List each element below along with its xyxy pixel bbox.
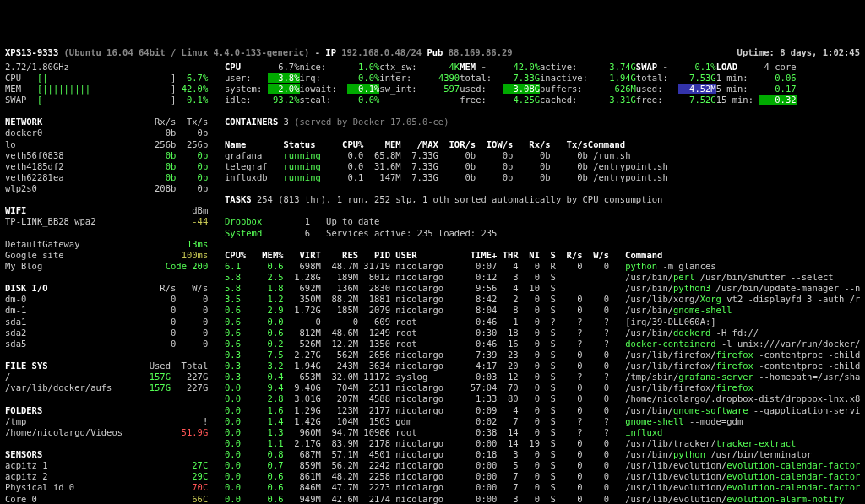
process-row: 5.8 1.8 692M 136M 2830 nicolargo 9:56 4 …: [225, 283, 860, 294]
process-row: 5.8 2.5 1.28G 189M 8012 nicolargo 0:12 3…: [225, 272, 860, 283]
process-row: 0.0 1.4 1.42G 104M 1503 gdm 0:02 7 0 S ?…: [225, 416, 860, 427]
process-row: 0.0 1.6 1.29G 123M 2177 nicolargo 0:09 4…: [225, 405, 860, 416]
process-row: 0.0 0.6 949M 42.6M 2174 nicolargo 0:00 3…: [225, 494, 860, 505]
left-column: 2.72/1.80GHzCPU [| ] 6.7%MEM [||||||||| …: [5, 62, 215, 504]
process-row: 0.6 2.9 1.72G 185M 2079 nicolargo 8:04 8…: [225, 305, 860, 316]
process-row: 0.0 9.4 9.40G 704M 2511 nicolargo 57:04 …: [225, 382, 860, 393]
right-column: CPU 6.7%nice: 1.0%ctx_sw: 4KMEM - 42.0%a…: [225, 62, 860, 504]
process-row: 3.5 1.2 350M 88.2M 1881 nicolargo 8:42 2…: [225, 294, 860, 305]
process-row: 0.0 0.6 846M 47.7M 2273 nicolargo 0:00 7…: [225, 482, 860, 493]
process-row: 0.0 0.7 859M 56.2M 2242 nicolargo 0:00 5…: [225, 460, 860, 471]
process-row: 0.6 0.6 812M 48.6M 1249 root 0:30 18 0 S…: [225, 328, 860, 339]
process-row: 0.0 0.6 861M 48.2M 2258 nicolargo 0:00 7…: [225, 471, 860, 482]
process-row: 0.3 7.5 2.27G 562M 2656 nicolargo 7:39 2…: [225, 350, 860, 360]
process-row: 0.0 1.3 960M 94.7M 10986 root 0:38 14 0 …: [225, 427, 860, 438]
process-row: 0.0 1.1 2.17G 83.9M 2178 nicolargo 0:00 …: [225, 438, 860, 449]
process-row: 0.3 3.2 1.94G 243M 3634 nicolargo 4:17 2…: [225, 360, 860, 371]
process-row: 6.1 0.6 698M 48.7M 31719 nicolargo 0:07 …: [225, 261, 860, 272]
process-row: 0.3 0.4 653M 32.0M 11172 syslog 0:03 12 …: [225, 371, 860, 382]
process-row: 0.0 0.8 687M 57.1M 4501 nicolargo 0:18 3…: [225, 449, 860, 460]
process-row: 0.6 0.0 0 0 609 root 0:46 1 0 ? ? ? [irq…: [225, 317, 860, 328]
process-row: 0.0 2.8 3.01G 207M 4588 nicolargo 1:33 8…: [225, 393, 860, 404]
process-row: 0.6 0.2 526M 12.2M 1350 root 0:46 16 0 S…: [225, 339, 860, 350]
